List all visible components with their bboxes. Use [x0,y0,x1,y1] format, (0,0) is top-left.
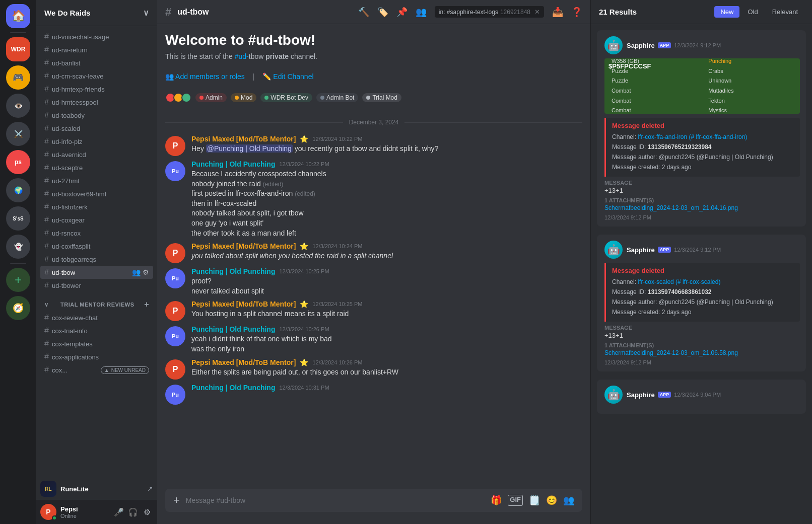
role-admin-bot[interactable]: Admin Bot [316,93,358,102]
channel-ud-avernicd[interactable]: # ud-avernicd [40,148,153,161]
mention[interactable]: @Punching | Old Punching [206,144,293,153]
channel-settings-icon[interactable]: ⚙ [143,268,149,276]
people-icon[interactable]: 👥 [563,495,574,506]
home-button[interactable]: 🏠 [6,4,30,28]
channel-ud-sceptre[interactable]: # ud-sceptre [40,161,153,174]
channel-cox-templates[interactable]: # cox-templates [40,337,153,350]
edit-channel-button[interactable]: ✏️ Edit Channel [262,72,313,81]
message-author[interactable]: Punching | Old Punching [191,267,275,275]
emoji-icon[interactable]: 😊 [546,495,557,506]
channel-cox-review-chat[interactable]: # cox-review-chat [40,311,153,324]
hammer-icon[interactable]: 🔨 [358,7,369,18]
hash-icon: # [44,281,49,290]
add-members-button[interactable]: 👥 Add members or roles [165,72,245,81]
pin-icon[interactable]: 📌 [396,7,408,18]
server-7[interactable]: 👻 [6,235,30,259]
tag-icon[interactable]: 🏷️ [377,7,388,18]
role-admin[interactable]: Admin [195,93,227,102]
deleted-label: Message deleted [612,122,794,129]
role-mod[interactable]: Mod [231,93,256,102]
channel-list: # ud-voicechat-usage # ud-rw-return # ud… [36,26,157,478]
channel-ud-cm-scav-leave[interactable]: # ud-cm-scav-leave [40,69,153,83]
channel-ud-rsncox[interactable]: # ud-rsncox [40,227,153,240]
app-badge: APP [658,247,671,253]
role-wdr-bot-dev[interactable]: WDR Bot Dev [260,93,312,102]
settings-button[interactable]: ⚙ [141,506,153,518]
server-header[interactable]: We Do Raids ∨ [36,0,157,26]
channel-cox-partial[interactable]: # cox... ▲ NEW UNREAD [40,363,153,377]
channel-ud-boxlover69-hmt[interactable]: # ud-boxlover69-hmt [40,187,153,200]
channel-ud-info-plz[interactable]: # ud-info-plz [40,135,153,148]
attachment-link[interactable]: Schermafbeelding_2024-12-03_om_21.04.16.… [604,204,800,211]
server-6[interactable]: S'sS [6,206,30,231]
server-4[interactable]: ps [6,150,30,174]
tab-new[interactable]: New [714,6,739,18]
trial-mentor-reviews-category[interactable]: ∨ TRIAL MENTOR REVIEWS + [40,292,153,311]
avatar: Pu [165,161,185,181]
channel-ud-fistofzerk[interactable]: # ud-fistofzerk [40,200,153,213]
message-author[interactable]: Punching | Old Punching [191,325,275,333]
inbox-icon[interactable]: 📥 [552,7,563,18]
channel-ud-tbower[interactable]: # ud-tbower [40,279,153,292]
hash-icon: # [44,111,49,120]
channel-ud-voicechat-usage[interactable]: # ud-voicechat-usage [40,30,153,43]
help-icon[interactable]: ❓ [571,7,582,18]
message-author[interactable]: Pepsi Maxed [Mod/ToB Mentor] [191,300,296,308]
mentor-badge-icon: ⭐ [300,358,308,366]
channel-cox-applications[interactable]: # cox-applications [40,350,153,363]
role-trial-mod[interactable]: Trial Mod [362,93,401,102]
channel-ud-rw-return[interactable]: # ud-rw-return [40,43,153,56]
message-text: nobody talked about split, i got tbow [191,208,582,218]
members-icon[interactable]: 👥 [416,7,427,18]
hash-icon: # [44,313,49,322]
gif-icon[interactable]: GIF [508,495,523,506]
sticker-icon[interactable]: 🗒️ [529,495,540,506]
runelight-action-icon[interactable]: ↗ [147,485,153,493]
deafen-button[interactable]: 🎧 [127,506,139,518]
search-box[interactable]: in: #sapphire-text-logs 126921848 ✕ [435,6,544,18]
channel-ud-hmtcesspool[interactable]: # ud-hmtcesspool [40,96,153,109]
mute-button[interactable]: 🎤 [113,506,125,518]
server-3[interactable]: ⚔️ [6,122,30,146]
message-author[interactable]: Punching | Old Punching [191,384,275,392]
server-wdr[interactable]: WDR [6,37,30,61]
channel-cox-trial-info[interactable]: # cox-trial-info [40,324,153,337]
deleted-message-box: Message deleted Channel: lfr-cox-ffa-and… [604,118,800,177]
add-server-button[interactable]: + [6,268,30,292]
channel-ud-banlist[interactable]: # ud-banlist [40,56,153,69]
message-input[interactable] [186,496,485,504]
message-author[interactable]: Pepsi Maxed [Mod/ToB Mentor] [191,242,296,250]
channel-ud-toabody[interactable]: # ud-toabody [40,109,153,122]
server-2[interactable]: 👁️ [6,94,30,118]
channel-people-icon[interactable]: 👥 [132,268,141,276]
close-search-icon[interactable]: ✕ [534,8,540,16]
add-channel-icon[interactable]: + [144,300,149,309]
message-author[interactable]: Pepsi Maxed [Mod/ToB Mentor] [191,135,296,143]
gift-icon[interactable]: 🎁 [491,495,502,506]
chevron-down-icon: ∨ [143,8,149,18]
category-name: TRIAL MENTOR REVIEWS [60,302,134,308]
sapphire-bot-avatar: 🤖 [604,386,623,404]
attachment-link[interactable]: Schermafbeelding_2024-12-03_om_21.06.58.… [604,349,800,356]
channel-link[interactable]: lfr-cox-scaled (# lfr-cox-scaled) [638,278,720,285]
hash-icon: # [44,32,49,41]
message-author[interactable]: Pepsi Maxed [Mod/ToB Mentor] [191,358,296,366]
tab-relevant[interactable]: Relevant [766,6,804,18]
channel-ud-coxffasplit[interactable]: # ud-coxffasplit [40,240,153,253]
channel-ud-tobgearreqs[interactable]: # ud-tobgearreqs [40,253,153,266]
attach-button[interactable]: + [173,494,180,507]
message-author[interactable]: Punching | Old Punching [191,160,275,168]
channel-ud-hmtexp-friends[interactable]: # ud-hmtexp-friends [40,83,153,96]
channel-ud-tbow[interactable]: # ud-tbow 👥 ⚙ [40,266,153,279]
channel-ud-27hmt[interactable]: # ud-27hmt [40,174,153,187]
server-1[interactable]: 🎮 [6,65,30,90]
channel-ud-scaled[interactable]: # ud-scaled [40,122,153,135]
category-arrow-icon: ∨ [44,302,49,308]
server-5[interactable]: 🌍 [6,178,30,202]
discover-button[interactable]: 🧭 [6,296,30,320]
channel-link[interactable]: lfr-cox-ffa-and-iron (# lfr-cox-ffa-and-… [638,133,747,140]
channel-ud-coxgear[interactable]: # ud-coxgear [40,213,153,227]
result-card: 🤖 Sapphire APP 12/3/2024 9:12 PM $P5FPCC… [597,30,806,227]
tab-old[interactable]: Old [741,6,764,18]
message-group: Pu Punching | Old Punching 12/3/2024 10:… [165,324,582,355]
